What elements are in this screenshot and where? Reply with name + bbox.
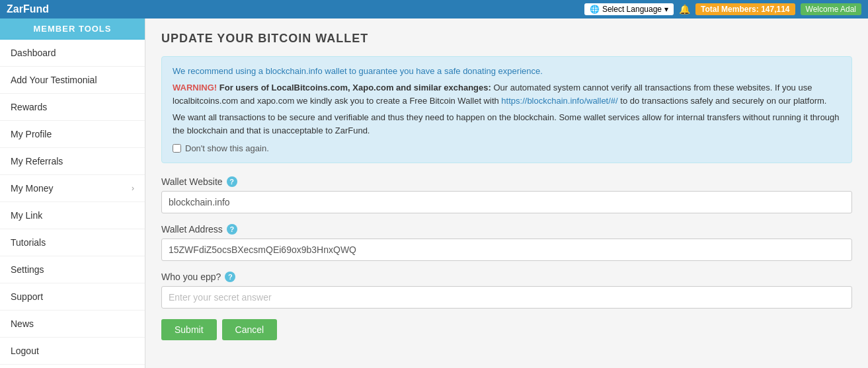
wallet-address-input[interactable] [161,239,852,261]
sidebar-item-label: Add Your Testimonial [11,75,97,85]
wallet-address-help-icon[interactable]: ? [227,224,237,235]
sidebar-item-testimonial[interactable]: Add Your Testimonial [0,67,145,94]
sidebar-item-rewards[interactable]: Rewards [0,94,145,121]
who-epp-input[interactable] [161,286,852,309]
flag-icon: 🌐 [590,5,600,14]
logo: ZarFund [7,3,49,15]
wallet-website-label: Wallet Website ? [161,176,852,187]
sidebar-item-label: Settings [11,264,44,275]
sidebar-item-dashboard[interactable]: Dashboard [0,40,145,67]
sidebar-item-label: News [11,318,34,329]
sidebar-item-link[interactable]: My Link [0,202,145,229]
sidebar-item-label: My Profile [11,129,52,139]
who-epp-group: Who you epp? ? [161,272,852,309]
sidebar-item-support[interactable]: Support [0,283,145,311]
lang-label: Select Language [602,5,662,14]
sidebar-item-settings[interactable]: Settings [0,256,145,283]
submit-button[interactable]: Submit [161,319,217,340]
sidebar-item-label: My Link [11,210,42,221]
notification-bell[interactable]: 🔔 [679,4,690,15]
wallet-website-help-icon[interactable]: ? [227,176,237,187]
recommend-text: We recommend using a blockchain.info wal… [173,66,841,76]
sidebar-item-label: Logout [11,346,39,356]
sidebar-item-news[interactable]: News [0,311,145,338]
welcome-badge: Welcome Adal [801,3,861,15]
main-layout: MEMBER TOOLS Dashboard Add Your Testimon… [0,18,868,368]
normal-text: We want all transactions to be secure an… [173,111,841,137]
wallet-address-label: Wallet Address ? [161,224,852,235]
sidebar-item-tutorials[interactable]: Tutorials [0,229,145,256]
warning-bold: For users of LocalBitcoins.com, Xapo.com… [219,83,491,92]
sidebar-item-profile[interactable]: My Profile [0,121,145,148]
page-title: UPDATE YOUR BITCOIN WALLET [161,32,852,46]
warning-line: WARNING! For users of LocalBitcoins.com,… [173,81,841,107]
wallet-website-group: Wallet Website ? [161,176,852,213]
form-buttons: Submit Cancel [161,319,852,340]
members-count-badge: Total Members: 147,114 [695,3,795,15]
chevron-down-icon: ▾ [664,5,668,14]
sidebar-item-label: My Money [11,183,54,194]
sidebar-header: MEMBER TOOLS [0,18,145,40]
sidebar-item-label: Tutorials [11,237,46,248]
content-area: UPDATE YOUR BITCOIN WALLET We recommend … [145,18,868,368]
dont-show-checkbox[interactable] [173,144,181,153]
blockchain-link[interactable]: https://blockchain.info/wallet/#/ [501,96,617,106]
sidebar-item-logout[interactable]: Logout [0,338,145,365]
sidebar-item-label: Dashboard [11,48,56,58]
top-bar-right: 🌐 Select Language ▾ 🔔 Total Members: 147… [584,3,861,15]
dont-show-label[interactable]: Don't show this again. [185,143,269,153]
warning-end: to do transactions safely and securely o… [620,96,826,106]
warning-label: WARNING! [173,83,217,92]
sidebar-item-label: Support [11,291,43,302]
chevron-right-icon: › [132,184,134,193]
cancel-button[interactable]: Cancel [222,319,278,340]
sidebar-item-label: Rewards [11,102,47,112]
sidebar-item-money[interactable]: My Money › [0,175,145,202]
who-epp-help-icon[interactable]: ? [225,272,235,282]
wallet-website-input[interactable] [161,191,852,213]
sidebar-item-referrals[interactable]: My Referrals [0,148,145,175]
language-selector[interactable]: 🌐 Select Language ▾ [584,3,674,15]
wallet-address-group: Wallet Address ? [161,224,852,261]
dont-show-row: Don't show this again. [173,143,841,153]
who-epp-label: Who you epp? ? [161,272,852,282]
sidebar-item-label: My Referrals [11,156,63,166]
info-box: We recommend using a blockchain.info wal… [161,56,852,163]
top-bar: ZarFund 🌐 Select Language ▾ 🔔 Total Memb… [0,0,868,18]
sidebar: MEMBER TOOLS Dashboard Add Your Testimon… [0,18,145,368]
